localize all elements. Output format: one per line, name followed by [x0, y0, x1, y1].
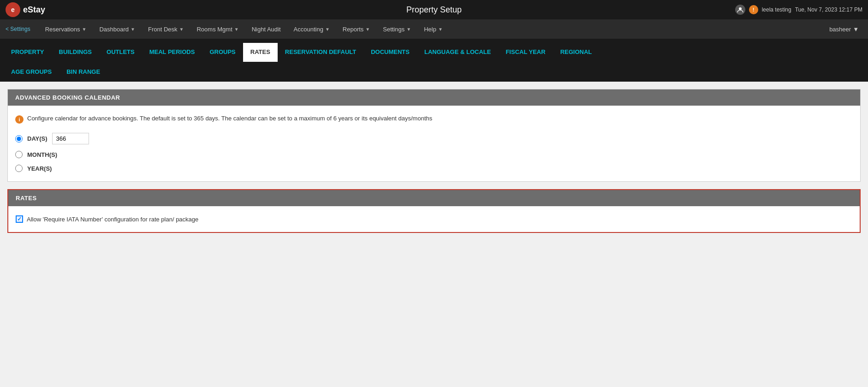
nav-reports[interactable]: Reports ▼	[337, 19, 375, 39]
tab-language-locale[interactable]: LANGUAGE & LOCALE	[417, 42, 498, 62]
tab-fiscal-year[interactable]: FISCAL YEAR	[498, 42, 553, 62]
nav-user-label: basheer ▼	[826, 26, 862, 33]
logo-icon: e	[6, 2, 20, 17]
svg-point-0	[739, 7, 742, 10]
chevron-down-icon: ▼	[179, 27, 184, 32]
tab-buildings[interactable]: BUILDINGS	[52, 42, 100, 62]
iata-label: Allow 'Require IATA Number' configuratio…	[27, 216, 198, 223]
tab-outlets[interactable]: OUTLETS	[99, 42, 142, 62]
radio-years-input[interactable]	[15, 165, 23, 172]
chevron-down-icon: ▼	[365, 27, 370, 32]
radio-months-input[interactable]	[15, 151, 23, 158]
info-text: Configure calendar for advance bookings.…	[27, 115, 432, 122]
rates-body: ✓ Allow 'Require IATA Number' configurat…	[8, 206, 860, 232]
chevron-down-icon: ▼	[438, 27, 443, 32]
nav-night-audit[interactable]: Night Audit	[246, 19, 286, 39]
booking-calendar-body: i Configure calendar for advance booking…	[8, 106, 860, 181]
main-content: ADVANCED BOOKING CALENDAR i Configure ca…	[0, 82, 868, 248]
user-name: leela testing	[762, 6, 791, 13]
chevron-down-icon: ▼	[853, 26, 859, 33]
settings-link[interactable]: < Settings	[6, 26, 30, 32]
nav-help[interactable]: Help ▼	[418, 19, 448, 39]
tab-groups[interactable]: GROUPS	[202, 42, 243, 62]
nav-dashboard[interactable]: Dashboard ▼	[94, 19, 141, 39]
chevron-down-icon: ▼	[131, 27, 135, 32]
nav-rooms-mgmt[interactable]: Rooms Mgmt ▼	[191, 19, 244, 39]
chevron-down-icon: ▼	[325, 27, 330, 32]
nav-front-desk[interactable]: Front Desk ▼	[143, 19, 189, 39]
rates-card: RATES ✓ Allow 'Require IATA Number' conf…	[7, 189, 861, 233]
booking-calendar-card: ADVANCED BOOKING CALENDAR i Configure ca…	[7, 89, 861, 182]
page-title: Property Setup	[406, 5, 462, 15]
info-icon: i	[15, 115, 24, 124]
iata-checkbox[interactable]: ✓	[16, 215, 23, 223]
radio-days-label: DAY(S)	[27, 135, 48, 142]
logo-area: e eStay	[6, 2, 45, 17]
nav-reservations[interactable]: Reservations ▼	[40, 19, 92, 39]
app-name: eStay	[23, 5, 45, 15]
user-info-area: ! leela testing Tue, Nov 7, 2023 12:17 P…	[735, 5, 862, 15]
rates-header: RATES	[8, 190, 860, 206]
datetime: Tue, Nov 7, 2023 12:17 PM	[795, 6, 862, 13]
iata-checkbox-row: ✓ Allow 'Require IATA Number' configurat…	[16, 215, 852, 223]
tab-meal-periods[interactable]: MEAL PERIODS	[142, 42, 202, 62]
tab-age-groups[interactable]: AGE GROUPS	[4, 62, 59, 82]
tab-regional[interactable]: REGIONAL	[553, 42, 600, 62]
top-header: e eStay Property Setup ! leela testing T…	[0, 0, 868, 19]
radio-days: DAY(S)	[15, 133, 853, 144]
nav-settings[interactable]: Settings ▼	[377, 19, 416, 39]
days-value-input[interactable]	[52, 133, 89, 144]
checkmark-icon: ✓	[17, 216, 22, 222]
radio-days-input[interactable]	[15, 135, 23, 143]
radio-years: YEAR(S)	[15, 165, 853, 172]
user-icon	[735, 5, 745, 15]
chevron-down-icon: ▼	[82, 27, 87, 32]
radio-months: MONTH(S)	[15, 151, 853, 158]
radio-years-label: YEAR(S)	[27, 165, 52, 172]
radio-group: DAY(S) MONTH(S) YEAR(S)	[15, 133, 853, 172]
tab-reservation-default[interactable]: RESERVATION DEFAULT	[278, 42, 363, 62]
tab-rates[interactable]: RATES	[243, 43, 278, 62]
nav-accounting[interactable]: Accounting ▼	[288, 19, 335, 39]
tab-documents[interactable]: DOCUMENTS	[363, 42, 417, 62]
info-message: i Configure calendar for advance booking…	[15, 115, 853, 124]
tab-bar-row2: AGE GROUPS BIN RANGE	[0, 62, 868, 82]
radio-months-label: MONTH(S)	[27, 151, 57, 158]
tab-property[interactable]: PROPERTY	[4, 42, 52, 62]
chevron-down-icon: ▼	[234, 27, 239, 32]
tab-bin-range[interactable]: BIN RANGE	[59, 62, 107, 82]
tab-bar-row1: PROPERTY BUILDINGS OUTLETS MEAL PERIODS …	[0, 39, 868, 62]
booking-calendar-header: ADVANCED BOOKING CALENDAR	[8, 89, 860, 106]
alert-icon: !	[749, 5, 758, 14]
chevron-down-icon: ▼	[406, 27, 411, 32]
nav-bar: < Settings Reservations ▼ Dashboard ▼ Fr…	[0, 19, 868, 39]
